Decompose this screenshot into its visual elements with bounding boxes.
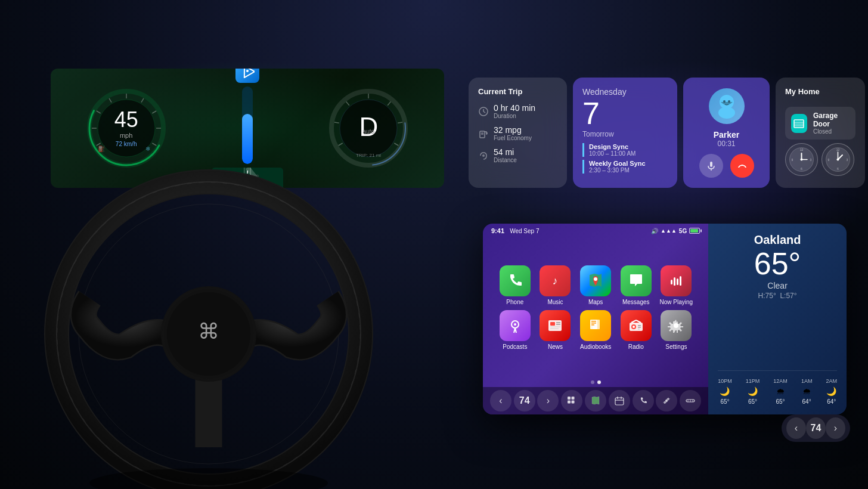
event2-name: Weekly Goal Sync <box>589 160 668 167</box>
right-forward-button[interactable]: › <box>826 417 845 439</box>
svg-line-26 <box>339 143 343 146</box>
device-name: Garage Door <box>813 112 850 128</box>
fan-button[interactable] <box>656 390 677 411</box>
weather-range: H:75° L:57° <box>718 292 837 300</box>
weather-condition: Clear <box>718 281 837 290</box>
weather-hour-4: 2AM 🌙 64° <box>826 378 837 405</box>
phone-label: Phone <box>506 299 523 305</box>
svg-line-8 <box>152 111 156 113</box>
svg-text:9: 9 <box>828 158 830 162</box>
svg-line-5 <box>109 98 111 103</box>
nowplaying-icon <box>661 265 692 296</box>
wifi-icon: ▲▲▲ <box>661 228 677 234</box>
garage-door-icon <box>791 114 807 133</box>
carplay-status-bar: 9:41 Wed Sep 7 🔊 ▲▲▲ 5G <box>483 224 708 238</box>
network-type: 5G <box>679 228 687 234</box>
app-settings[interactable]: Settings <box>656 310 697 350</box>
music-icon: ♪ <box>540 265 571 296</box>
fuel-icon <box>478 128 489 139</box>
app-audiobooks[interactable]: Audiobooks <box>575 310 616 350</box>
charge-bar-fill <box>242 114 253 165</box>
svg-text:6: 6 <box>837 167 839 171</box>
ac-button[interactable] <box>680 390 701 411</box>
page-dot-1 <box>591 380 594 384</box>
mute-button[interactable] <box>699 154 723 178</box>
app-radio[interactable]: Radio <box>616 310 656 350</box>
grid-button[interactable] <box>561 390 582 411</box>
svg-line-7 <box>141 98 144 103</box>
weather-hour-1: 11PM 🌙 65° <box>746 378 760 405</box>
svg-rect-104 <box>572 397 575 400</box>
maps-label: Maps <box>588 299 603 305</box>
cal-event-1: Design Sync 10:00 – 11:00 AM <box>582 143 668 157</box>
right-toolbar-num[interactable]: 74 <box>806 417 826 439</box>
device-status: Closed <box>813 128 850 135</box>
svg-rect-95 <box>591 324 594 326</box>
trip-distance-row: 54 mi Distance <box>478 147 557 163</box>
svg-text:3: 3 <box>847 158 848 162</box>
calendar-widget: Wednesday 7 Tomorrow Design Sync 10:00 –… <box>573 78 677 188</box>
app-music[interactable]: ♪ Music <box>535 265 576 305</box>
svg-text:❄: ❄ <box>145 146 150 152</box>
garage-door-row[interactable]: Garage Door Closed <box>785 107 855 140</box>
svg-line-28 <box>346 102 349 106</box>
svg-rect-99 <box>638 325 641 326</box>
home-title: My Home <box>785 87 855 96</box>
svg-text:TRIP: 21 mi: TRIP: 21 mi <box>356 153 381 158</box>
back-button[interactable]: ‹ <box>490 390 512 411</box>
distance-icon <box>478 150 489 161</box>
svg-text:12: 12 <box>836 148 840 151</box>
maps-toolbar-button[interactable] <box>585 390 606 411</box>
home-widget: My Home Garage Door Closed <box>776 78 865 188</box>
app-podcasts[interactable]: Podcasts <box>495 310 535 350</box>
right-back-button[interactable]: ‹ <box>786 417 806 439</box>
speed-unit: mph <box>114 132 138 139</box>
svg-point-98 <box>633 326 635 328</box>
trip-economy: 32 mpg Fuel Economy <box>494 125 557 141</box>
forward-button[interactable]: › <box>537 390 559 411</box>
trip-economy-row: 32 mpg Fuel Economy <box>478 125 557 141</box>
svg-point-84 <box>514 323 516 326</box>
app-news[interactable]: News <box>535 310 576 350</box>
weather-temp: 65° <box>718 247 837 281</box>
svg-point-75 <box>837 159 839 161</box>
svg-rect-105 <box>568 401 571 404</box>
svg-text:♪: ♪ <box>553 275 558 287</box>
battery-indicator <box>689 228 700 234</box>
svg-rect-109 <box>615 398 624 405</box>
messages-icon <box>621 265 652 296</box>
svg-rect-82 <box>680 276 681 286</box>
settings-label: Settings <box>665 343 687 350</box>
podcasts-label: Podcasts <box>503 343 527 350</box>
audiobooks-label: Audiobooks <box>580 343 611 350</box>
calendar-toolbar-button[interactable] <box>609 390 630 411</box>
cal-day-name: Wednesday <box>582 87 668 97</box>
svg-text:3: 3 <box>810 158 812 162</box>
weather-hour-3: 1AM 🌧 64° <box>801 378 813 405</box>
phone-toolbar-button[interactable] <box>633 390 654 411</box>
toolbar-num[interactable]: 74 <box>514 390 535 411</box>
svg-line-10 <box>152 143 156 146</box>
svg-line-46 <box>483 112 485 113</box>
app-phone[interactable]: Phone <box>495 265 535 305</box>
svg-line-31 <box>398 122 403 123</box>
svg-rect-94 <box>591 323 596 324</box>
app-maps[interactable]: Maps <box>575 265 616 305</box>
news-icon <box>540 310 571 341</box>
carplay-screen: 9:41 Wed Sep 7 🔊 ▲▲▲ 5G <box>483 224 847 414</box>
app-grid: Phone ♪ Music <box>483 238 708 377</box>
svg-text:12: 12 <box>800 148 804 151</box>
app-nowplaying[interactable]: Now Playing <box>656 265 697 305</box>
page-dot-2 <box>597 380 601 384</box>
end-call-button[interactable] <box>730 154 754 178</box>
cal-tomorrow: Tomorrow <box>582 130 668 138</box>
audiobooks-icon <box>580 310 611 341</box>
svg-line-30 <box>388 102 390 106</box>
svg-text:9: 9 <box>792 158 793 162</box>
app-messages[interactable]: Messages <box>616 265 656 305</box>
clock-pair: 12 3 6 9 12 3 6 9 <box>785 143 855 176</box>
nav-icon <box>235 69 259 83</box>
event2-time: 2:30 – 3:30 PM <box>589 167 668 174</box>
gear-value: D <box>359 112 378 142</box>
speed-display: 45 mph 72 km/h <box>114 109 138 147</box>
